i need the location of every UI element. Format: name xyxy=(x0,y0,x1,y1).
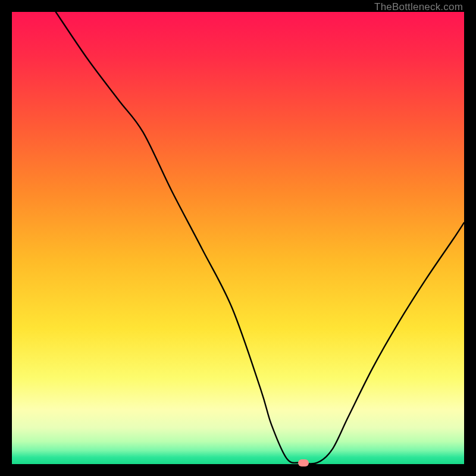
curve-svg xyxy=(12,12,464,464)
optimal-marker xyxy=(298,459,309,466)
bottleneck-curve xyxy=(56,12,464,464)
plot-area xyxy=(12,12,464,464)
watermark-text: TheBottleneck.com xyxy=(374,1,463,13)
chart-container: TheBottleneck.com xyxy=(0,0,476,476)
